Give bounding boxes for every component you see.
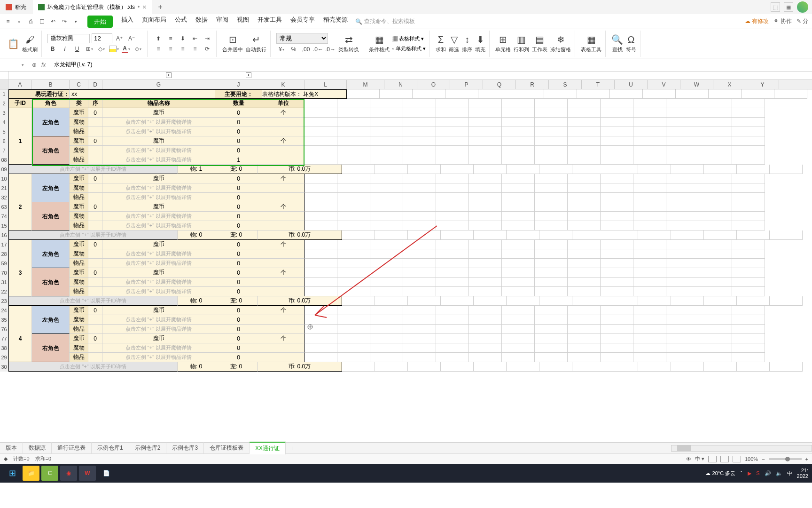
col-L[interactable]: L <box>304 80 347 89</box>
col-T[interactable]: T <box>582 80 615 89</box>
sheet-tab[interactable]: 通行证总表 <box>52 442 92 454</box>
format-painter[interactable]: 🖌格式刷 <box>22 34 38 53</box>
print-icon[interactable]: ⎙ <box>26 18 35 25</box>
tray-icon[interactable]: ▶ <box>748 470 751 476</box>
menu-icon[interactable]: ≡ <box>4 18 12 25</box>
rowcol-button[interactable]: ▥行和列 <box>514 34 529 53</box>
underline-icon[interactable]: U <box>72 44 82 54</box>
select-all[interactable] <box>0 80 8 89</box>
indent-dec-icon[interactable]: ⇤ <box>190 34 200 43</box>
font-select[interactable] <box>47 34 90 43</box>
bold-icon[interactable]: B <box>47 44 58 54</box>
app-icon[interactable]: ◉ <box>60 466 77 481</box>
view-normal-icon[interactable] <box>708 456 717 462</box>
wps-icon[interactable]: W <box>79 466 96 481</box>
fill-button[interactable]: ⬇填充 <box>475 34 485 53</box>
decrease-font-icon[interactable]: A⁻ <box>126 34 137 43</box>
tab-insert[interactable]: 插入 <box>121 16 133 28</box>
col-C[interactable]: C <box>70 80 88 89</box>
shape-fill-icon[interactable]: ◇ <box>96 44 107 54</box>
align-center-icon[interactable]: ≡ <box>165 44 176 54</box>
border-icon[interactable]: ⊞ <box>84 44 94 54</box>
weather-widget[interactable]: ☁ 20°C 多云 <box>705 470 735 477</box>
avatar[interactable] <box>797 1 808 13</box>
align-mid-icon[interactable]: ≡ <box>165 34 176 43</box>
sheet-tab-active[interactable]: XX通行证 <box>250 442 286 454</box>
col-N[interactable]: N <box>384 80 417 89</box>
find-button[interactable]: 🔍查找 <box>611 34 623 53</box>
formula-input[interactable]: 水龙铠甲(Lv. 7) <box>50 61 812 69</box>
sheet-tab[interactable]: 仓库证模板表 <box>204 442 250 454</box>
col-W[interactable]: W <box>680 80 713 89</box>
tray-chevron-icon[interactable]: ˄ <box>740 470 743 476</box>
clear-icon[interactable]: ◇ <box>133 44 143 54</box>
undo-icon[interactable]: ↶ <box>49 18 57 25</box>
outline-handle[interactable]: • <box>166 72 172 78</box>
col-R[interactable]: R <box>516 80 549 89</box>
cell-style[interactable]: ▫ 单元格样式 ▾ <box>392 45 426 52</box>
window-mode-icon[interactable]: ⬚ <box>771 2 780 12</box>
col-M[interactable]: M <box>347 80 384 89</box>
redo-icon[interactable]: ↷ <box>60 18 69 25</box>
close-icon[interactable]: × <box>142 3 146 11</box>
zoom-slider[interactable] <box>769 458 802 460</box>
sort-button[interactable]: ↕排序 <box>462 34 472 53</box>
sheet-tab[interactable]: 示例仓库1 <box>92 442 129 454</box>
type-convert[interactable]: ⇄类型转换 <box>338 34 359 53</box>
new-tab-button[interactable]: + <box>152 3 168 11</box>
sheet-button[interactable]: ▤工作表 <box>532 34 547 53</box>
align-left-icon[interactable]: ≡ <box>153 44 164 54</box>
col-U[interactable]: U <box>615 80 648 89</box>
fx-icon[interactable]: fx <box>41 62 46 68</box>
col-J[interactable]: J <box>215 80 262 89</box>
indent-inc-icon[interactable]: ⇥ <box>202 34 212 43</box>
coop-button[interactable]: ⚘ 协作 <box>773 17 791 25</box>
symbol-button[interactable]: Ω符号 <box>626 34 636 53</box>
col-A[interactable]: A <box>8 80 32 89</box>
col-S[interactable]: S <box>549 80 582 89</box>
app-icon[interactable]: C <box>41 466 58 481</box>
col-D[interactable]: D <box>88 80 102 89</box>
hscrollbar[interactable] <box>671 445 812 452</box>
sum-button[interactable]: Σ求和 <box>436 34 446 53</box>
sheet-tab[interactable]: 版本 <box>0 442 23 454</box>
col-B[interactable]: B <box>32 80 70 89</box>
tray-net-icon[interactable]: 🔈 <box>776 470 782 476</box>
comma-icon[interactable]: ,00 <box>301 45 311 54</box>
window-grid-icon[interactable]: ▦ <box>784 2 793 12</box>
tab-layout[interactable]: 页面布局 <box>142 16 166 28</box>
sheet-tab[interactable]: 示例仓库2 <box>129 442 167 454</box>
save-icon[interactable]: ▫ <box>15 18 23 25</box>
col-O[interactable]: O <box>417 80 450 89</box>
col-V[interactable]: V <box>648 80 680 89</box>
tab-start[interactable]: 开始 <box>87 16 113 28</box>
paste-button[interactable]: 📋 <box>8 38 19 49</box>
freeze-button[interactable]: ❄冻结窗格 <box>550 34 571 53</box>
notepad-icon[interactable]: 📄 <box>98 466 115 481</box>
align-top-icon[interactable]: ⬆ <box>153 34 164 43</box>
tab-data[interactable]: 数据 <box>195 16 208 28</box>
sheet-tab[interactable]: 示例仓库3 <box>166 442 204 454</box>
tab-review[interactable]: 审阅 <box>216 16 228 28</box>
fill-color-icon[interactable] <box>109 44 119 54</box>
tab-member[interactable]: 会员专享 <box>290 16 315 28</box>
cloud-status[interactable]: ☁ 有修改 <box>745 17 769 25</box>
currency-icon[interactable]: ¥ <box>276 45 287 54</box>
align-justify-icon[interactable]: ≡ <box>190 44 200 54</box>
tab-file[interactable]: 坏兔魔力仓库证管理表（模板）.xls • × <box>32 0 152 14</box>
col-K[interactable]: K <box>262 80 304 89</box>
tab-dev[interactable]: 开发工具 <box>258 16 282 28</box>
zoom-icon[interactable]: ⊕ <box>32 62 37 68</box>
zoom-out[interactable]: − <box>762 456 765 462</box>
share-button[interactable]: ✎ 分 <box>796 17 808 25</box>
dropdown-icon[interactable]: ▾ <box>71 19 80 24</box>
dec-dec-icon[interactable]: .0→ <box>325 45 336 54</box>
sheet-tab[interactable]: 数据源 <box>23 442 52 454</box>
dec-inc-icon[interactable]: .0← <box>313 45 323 54</box>
preview-icon[interactable]: ☐ <box>38 18 46 25</box>
col-Y[interactable]: Y <box>746 80 779 89</box>
tab-resource[interactable]: 稻壳资源 <box>323 16 348 28</box>
merge-button[interactable]: ⊡合并居中 <box>222 34 243 53</box>
tab-view[interactable]: 视图 <box>237 16 249 28</box>
view-break-icon[interactable] <box>733 456 741 462</box>
